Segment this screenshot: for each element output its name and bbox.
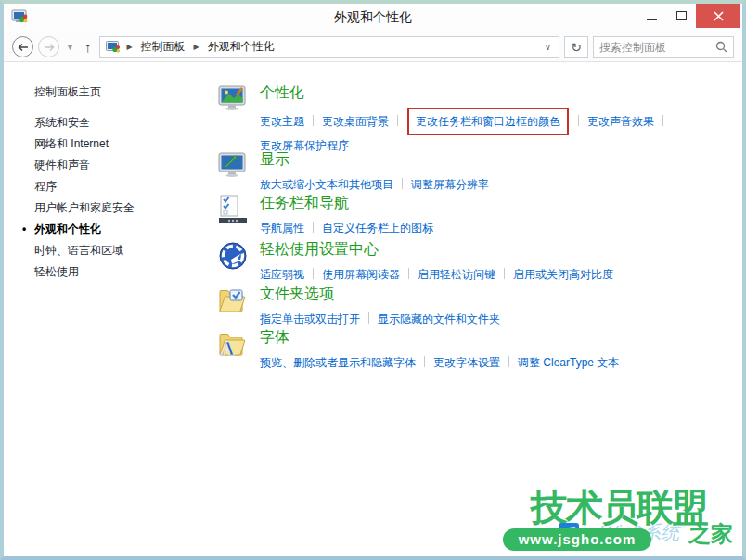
sidebar-item-clock-language-region[interactable]: 时钟、语言和区域 <box>34 240 201 261</box>
window-title: 外观和个性化 <box>4 9 742 26</box>
personalization-icon <box>217 83 249 115</box>
watermark: Win8系统 技术员联盟 www.jsgho.com 之家 <box>501 486 733 553</box>
link-make-text-larger-smaller[interactable]: 放大或缩小文本和其他项目 <box>260 178 393 191</box>
link-separator <box>397 115 398 126</box>
highlight-box: 更改任务栏和窗口边框的颜色 <box>407 108 569 135</box>
display-icon <box>217 150 249 182</box>
link-preview-delete-show-hide-fonts[interactable]: 预览、删除或者显示和隐藏字体 <box>260 356 416 369</box>
link-separator <box>408 268 409 279</box>
link-adjust-screen-resolution[interactable]: 调整屏幕分辨率 <box>411 178 489 191</box>
watermark-title: 技术员联盟 <box>531 482 707 533</box>
ease-of-access-icon <box>217 240 249 272</box>
sidebar-item-appearance-personalization[interactable]: •外观和个性化 <box>34 219 201 240</box>
link-navigation-properties[interactable]: 导航属性 <box>260 222 304 235</box>
refresh-button[interactable]: ↻ <box>564 36 588 58</box>
sidebar-item-network-internet[interactable]: 网络和 Internet <box>34 134 201 155</box>
section-title-personalization[interactable]: 个性化 <box>260 83 672 103</box>
close-button[interactable] <box>696 4 740 28</box>
taskbar-navigation-icon <box>217 194 249 225</box>
section-title-ease-of-access[interactable]: 轻松使用设置中心 <box>260 240 613 260</box>
link-turn-high-contrast-on-off[interactable]: 启用或关闭高对比度 <box>513 268 613 281</box>
section-taskbar-navigation: 任务栏和导航 导航属性自定义任务栏上的图标 <box>217 194 737 238</box>
up-button[interactable]: ↑ <box>81 39 96 55</box>
link-adjust-cleartype-text[interactable]: 调整 ClearType 文本 <box>518 356 619 369</box>
folder-options-icon <box>217 285 249 316</box>
maximize-button[interactable] <box>666 4 696 28</box>
section-ease-of-access: 轻松使用设置中心 适应弱视使用屏幕阅读器启用轻松访问键启用或关闭高对比度 <box>217 240 737 285</box>
search-icon <box>715 41 727 53</box>
section-display: 显示 放大或缩小文本和其他项目调整屏幕分辨率 <box>217 150 737 195</box>
section-title-folder-options[interactable]: 文件夹选项 <box>260 285 500 304</box>
search-box[interactable] <box>593 36 734 58</box>
link-single-or-double-click[interactable]: 指定单击或双击打开 <box>260 312 360 325</box>
link-separator <box>313 222 314 233</box>
address-bar[interactable]: ▶ 控制面板 ▶ 外观和个性化 ∨ <box>99 36 560 58</box>
link-change-font-settings[interactable]: 更改字体设置 <box>433 356 500 369</box>
watermark-logo <box>559 523 579 540</box>
link-separator <box>368 312 369 324</box>
link-change-sound-effects[interactable]: 更改声音效果 <box>587 115 654 128</box>
link-change-desktop-background[interactable]: 更改桌面背景 <box>322 115 389 128</box>
title-bar: 外观和个性化 <box>4 4 742 32</box>
svg-text:A: A <box>221 338 235 359</box>
active-bullet-icon: • <box>22 219 26 240</box>
sidebar-item-control-panel-home[interactable]: 控制面板主页 <box>34 82 201 103</box>
link-separator <box>578 115 579 126</box>
link-separator <box>402 178 403 189</box>
search-input[interactable] <box>599 41 712 54</box>
breadcrumb-control-panel[interactable]: 控制面板 <box>138 39 188 55</box>
breadcrumb-chevron-icon: ▶ <box>192 43 201 51</box>
sidebar-item-system-security[interactable]: 系统和安全 <box>34 112 201 134</box>
minimize-icon <box>647 19 657 20</box>
section-folder-options: 文件夹选项 指定单击或双击打开显示隐藏的文件和文件夹 <box>217 285 737 329</box>
watermark-suffix: 之家 <box>688 519 733 549</box>
sidebar-item-label: 外观和个性化 <box>34 223 101 235</box>
section-title-fonts[interactable]: 字体 <box>260 328 619 348</box>
close-icon <box>714 11 724 21</box>
fonts-icon: A <box>217 328 249 360</box>
link-turn-on-easy-access-keys[interactable]: 启用轻松访问键 <box>418 268 495 281</box>
link-use-screen-reader[interactable]: 使用屏幕阅读器 <box>322 268 400 281</box>
sidebar-item-hardware-sound[interactable]: 硬件和声音 <box>34 155 201 176</box>
control-panel-window: 外观和个性化 ▼ ↑ <box>0 0 746 560</box>
watermark-ghost-text: Win8系统 <box>600 520 679 545</box>
history-dropdown[interactable]: ▼ <box>64 43 76 52</box>
forward-arrow-icon <box>44 43 55 52</box>
section-title-taskbar-navigation[interactable]: 任务栏和导航 <box>260 194 433 213</box>
link-customize-taskbar-icons[interactable]: 自定义任务栏上的图标 <box>322 222 433 235</box>
back-button[interactable] <box>12 36 33 57</box>
link-separator <box>504 268 505 279</box>
section-personalization: 个性化 更改主题更改桌面背景更改任务栏和窗口边框的颜色更改声音效果 更改屏幕保护… <box>217 83 737 156</box>
sidebar-item-ease-of-access[interactable]: 轻松使用 <box>34 261 201 283</box>
navigation-toolbar: ▼ ↑ ▶ 控制面板 ▶ 外观和个性化 ∨ ↻ <box>4 32 742 62</box>
back-arrow-icon <box>18 43 29 52</box>
breadcrumb-current[interactable]: 外观和个性化 <box>205 39 277 55</box>
sidebar-item-user-accounts[interactable]: 用户帐户和家庭安全 <box>34 197 201 219</box>
sidebar: 控制面板主页 系统和安全 网络和 Internet 硬件和声音 程序 用户帐户和… <box>34 82 201 283</box>
link-show-hidden-files-folders[interactable]: 显示隐藏的文件和文件夹 <box>378 312 500 325</box>
breadcrumb-control-panel-icon <box>106 41 121 54</box>
link-accommodate-low-vision[interactable]: 适应弱视 <box>260 268 304 281</box>
link-separator <box>313 115 314 126</box>
section-title-display[interactable]: 显示 <box>260 150 489 170</box>
minimize-button[interactable] <box>637 4 666 28</box>
maximize-icon <box>676 11 687 20</box>
link-change-taskbar-window-border-color[interactable]: 更改任务栏和窗口边框的颜色 <box>416 115 560 128</box>
link-change-theme[interactable]: 更改主题 <box>260 115 304 128</box>
breadcrumb-chevron-icon: ▶ <box>124 43 134 51</box>
watermark-url: www.jsgho.com <box>503 528 651 551</box>
link-separator <box>662 115 663 126</box>
sidebar-item-programs[interactable]: 程序 <box>34 176 201 197</box>
address-dropdown-icon[interactable]: ∨ <box>545 42 553 52</box>
link-separator <box>508 356 509 367</box>
link-separator <box>424 356 425 367</box>
link-separator <box>313 268 314 279</box>
forward-button[interactable] <box>38 36 59 57</box>
section-fonts: A 字体 预览、删除或者显示和隐藏字体更改字体设置调整 ClearType 文本 <box>217 328 737 373</box>
